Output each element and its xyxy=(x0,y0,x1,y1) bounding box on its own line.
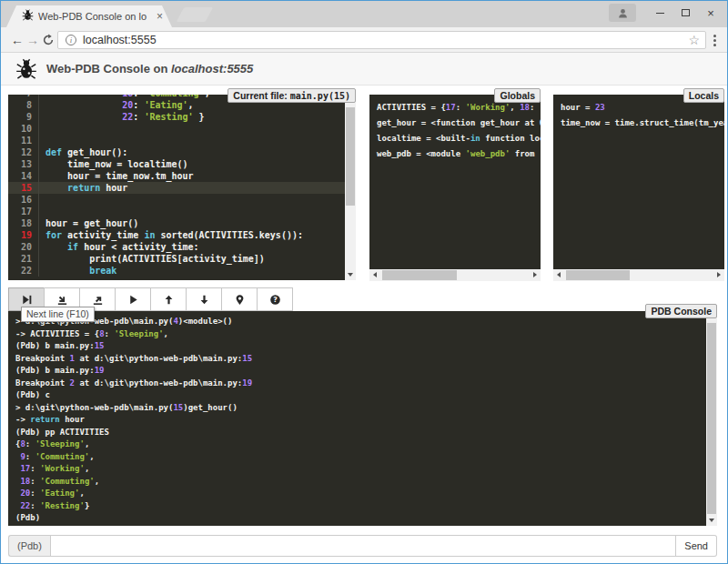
code-line: 15 return hour xyxy=(8,182,345,194)
locals-horizontal-scrollbar[interactable] xyxy=(553,269,724,281)
code-text: return hour xyxy=(39,182,127,194)
line-number[interactable]: 17 xyxy=(8,206,39,217)
line-number[interactable]: 18 xyxy=(8,217,39,229)
console-line: Breakpoint 2 at d:\git\python-web-pdb\ma… xyxy=(15,378,706,390)
minimize-button[interactable] xyxy=(647,3,672,23)
svg-text:?: ? xyxy=(273,296,278,304)
breakpoint-line-number[interactable]: 15 xyxy=(8,182,39,194)
browser-toolbar: ← → i localhost:5555 ☆ xyxy=(1,27,727,53)
current-file-badge: Current file: main.py(15) xyxy=(228,88,356,103)
console-line: > d:\git\python-web-pdb\main.py(4)<modul… xyxy=(15,316,706,328)
line-number[interactable]: 20 xyxy=(8,241,39,253)
step-out-icon xyxy=(92,294,104,306)
browser-tab-strip: Web-PDB Console on lo × × xyxy=(1,1,727,27)
line-number[interactable]: 9 xyxy=(8,111,39,123)
console-line: 22: 'Resting'} xyxy=(15,500,706,513)
code-line: 20 if hour < activity_time: xyxy=(8,241,345,253)
scroll-down-arrow[interactable] xyxy=(706,515,717,526)
console-vertical-scrollbar[interactable] xyxy=(706,311,717,526)
console-line: -> return hour xyxy=(15,414,706,427)
locals-panel: hour = 23time_now = time.struct_time(tm_… xyxy=(553,95,724,269)
command-input-group: (Pdb) Send xyxy=(8,535,717,557)
bug-favicon xyxy=(22,8,34,25)
code-text: 20: 'Eating', xyxy=(39,99,194,111)
globals-line: localtime = <built-in function loc xyxy=(377,131,541,146)
scrollbar-thumb[interactable] xyxy=(346,107,355,206)
bookmark-star-icon[interactable]: ☆ xyxy=(688,33,700,47)
console-line: (Pdb) pp ACTIVITIES xyxy=(15,427,706,439)
code-text xyxy=(39,206,51,217)
scrollbar-thumb[interactable] xyxy=(382,270,457,280)
code-line: 13 time_now = localtime() xyxy=(8,158,345,170)
reload-button[interactable] xyxy=(41,27,56,52)
page-info-icon[interactable]: i xyxy=(66,35,76,45)
code-text: def get_hour(): xyxy=(39,146,127,158)
line-number[interactable]: 14 xyxy=(8,170,39,182)
profile-button[interactable] xyxy=(609,4,636,22)
browser-window: Web-PDB Console on lo × × ← → i localhos… xyxy=(0,0,728,564)
help-button[interactable]: ? xyxy=(257,287,293,311)
globals-panel: ACTIVITIES = {17: 'Working', 18: 'get_ho… xyxy=(369,95,541,269)
continue-icon xyxy=(127,294,139,306)
send-button[interactable]: Send xyxy=(676,535,717,557)
help-icon: ? xyxy=(269,294,281,306)
step-into-icon xyxy=(56,294,68,306)
editor-vertical-scrollbar[interactable] xyxy=(345,95,356,280)
line-number[interactable]: 13 xyxy=(8,158,39,170)
code-text: if hour < activity_time: xyxy=(39,241,199,253)
breakpoint-line-number[interactable]: 19 xyxy=(8,229,39,241)
scroll-left-arrow[interactable] xyxy=(369,269,380,280)
where-button[interactable] xyxy=(221,287,258,311)
scrollbar-thumb[interactable] xyxy=(566,270,630,280)
scroll-right-arrow[interactable] xyxy=(713,269,724,280)
console-line: > d:\git\python-web-pdb\main.py(15)get_h… xyxy=(15,402,706,415)
browser-menu-button[interactable] xyxy=(708,33,721,47)
scroll-left-arrow[interactable] xyxy=(553,269,564,280)
code-text xyxy=(39,123,51,135)
code-line: 10 xyxy=(8,123,345,135)
code-text xyxy=(39,194,51,206)
new-tab-button[interactable] xyxy=(177,7,214,22)
console-line: Breakpoint 1 at d:\git\python-web-pdb\ma… xyxy=(15,353,706,366)
maximize-button[interactable] xyxy=(672,3,698,23)
console-line: (Pdb) c xyxy=(15,389,706,402)
console-line: {8: 'Sleeping', xyxy=(15,438,706,451)
line-number[interactable]: 8 xyxy=(8,99,39,111)
scroll-right-arrow[interactable] xyxy=(530,269,541,280)
url-text[interactable]: localhost:5555 xyxy=(83,34,688,46)
code-line: 12def get_hour(): xyxy=(8,146,345,158)
browser-tab[interactable]: Web-PDB Console on lo × xyxy=(6,5,172,27)
line-number[interactable]: 21 xyxy=(8,253,39,265)
globals-badge: Globals xyxy=(494,88,541,103)
code-text: for activity_time in sorted(ACTIVITIES.k… xyxy=(39,229,303,241)
tab-close-icon[interactable]: × xyxy=(157,10,163,23)
console-line: 18: 'Commuting', xyxy=(15,476,706,488)
line-number[interactable]: 10 xyxy=(8,123,39,135)
address-bar[interactable]: i localhost:5555 ☆ xyxy=(57,31,706,49)
close-button[interactable]: × xyxy=(698,3,723,23)
scrollbar-thumb[interactable] xyxy=(707,323,716,514)
console-line: 20: 'Eating', xyxy=(15,488,706,500)
page-title-host: localhost:5555 xyxy=(171,62,253,76)
console-line: (Pdb) b main.py:19 xyxy=(15,365,706,378)
line-number[interactable]: 22 xyxy=(8,265,39,277)
forward-button[interactable]: → xyxy=(25,27,40,52)
command-input[interactable] xyxy=(50,535,676,557)
line-number[interactable]: 11 xyxy=(8,135,39,146)
stack-down-button[interactable] xyxy=(186,287,222,311)
line-number[interactable]: 12 xyxy=(8,146,39,158)
globals-horizontal-scrollbar[interactable] xyxy=(369,269,541,281)
code-text: hour = get_hour() xyxy=(39,217,138,229)
code-text: print(ACTIVITIES[activity_time]) xyxy=(39,253,265,265)
code-line: 14 hour = time_now.tm_hour xyxy=(8,170,345,182)
line-number[interactable]: 16 xyxy=(8,194,39,206)
back-button[interactable]: ← xyxy=(10,27,25,52)
code-text: time_now = localtime() xyxy=(39,158,188,170)
globals-line: get_hour = <function get_hour at 0 xyxy=(377,116,541,131)
continue-button[interactable] xyxy=(115,287,151,311)
scroll-down-arrow[interactable] xyxy=(345,269,356,280)
stack-up-button[interactable] xyxy=(150,287,187,311)
code-line: 18hour = get_hour() xyxy=(8,217,345,229)
arrow-down-icon xyxy=(198,294,210,306)
code-line: 21 print(ACTIVITIES[activity_time]) xyxy=(8,253,345,265)
